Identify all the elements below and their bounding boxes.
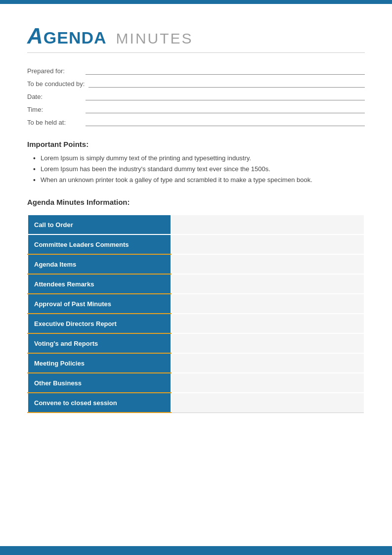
list-item: Lorem Ipsum is simply dummy text of the … xyxy=(33,154,365,162)
agenda-table: Call to OrderCommittee Leaders CommentsA… xyxy=(27,214,365,413)
form-section: Prepared for: To be conducted by: Date: … xyxy=(27,67,365,126)
table-row: Convene to closed session xyxy=(28,393,364,413)
agenda-info-heading: Agenda Minutes Information: xyxy=(27,198,365,206)
title-agenda-rest: genda xyxy=(44,28,107,47)
title-minutes: Minutes xyxy=(116,30,193,46)
table-row: Call to Order xyxy=(28,215,364,234)
agenda-row-label: Call to Order xyxy=(28,215,171,234)
agenda-row-label: Convene to closed session xyxy=(28,393,171,413)
conducted-by-label: To be conducted by: xyxy=(27,80,85,88)
page-title: Agenda Minutes xyxy=(27,24,365,48)
important-points-heading: Important Points: xyxy=(27,140,365,148)
held-at-line xyxy=(86,118,365,126)
agenda-row-content xyxy=(171,353,364,373)
agenda-row-label: Voting's and Reports xyxy=(28,333,171,353)
agenda-row-content xyxy=(171,314,364,333)
table-row: Attendees Remarks xyxy=(28,274,364,294)
prepared-for-label: Prepared for: xyxy=(27,67,82,75)
table-row: Meeting Policies xyxy=(28,353,364,373)
agenda-row-label: Meeting Policies xyxy=(28,353,171,373)
agenda-row-label: Other Business xyxy=(28,373,171,393)
conducted-by-field: To be conducted by: xyxy=(27,80,365,88)
agenda-row-label: Committee Leaders Comments xyxy=(28,234,171,254)
top-bar xyxy=(0,0,392,4)
prepared-for-line xyxy=(86,67,365,75)
agenda-row-content xyxy=(171,333,364,353)
list-item: When an unknown printer took a galley of… xyxy=(33,176,365,184)
agenda-row-label: Approval of Past Minutes xyxy=(28,294,171,314)
table-row: Other Business xyxy=(28,373,364,393)
table-row: Approval of Past Minutes xyxy=(28,294,364,314)
held-at-label: To be held at: xyxy=(27,119,82,126)
important-points-list: Lorem Ipsum is simply dummy text of the … xyxy=(27,154,365,184)
time-line xyxy=(86,105,365,113)
agenda-row-content xyxy=(171,373,364,393)
agenda-row-label: Executive Directors Report xyxy=(28,314,171,333)
bottom-bar xyxy=(0,546,392,555)
date-line xyxy=(86,92,365,100)
agenda-row-content xyxy=(171,274,364,294)
prepared-for-field: Prepared for: xyxy=(27,67,365,75)
date-field: Date: xyxy=(27,92,365,100)
title-area: Agenda Minutes xyxy=(27,24,365,48)
agenda-row-label: Attendees Remarks xyxy=(28,274,171,294)
table-row: Voting's and Reports xyxy=(28,333,364,353)
agenda-row-content xyxy=(171,254,364,274)
time-label: Time: xyxy=(27,106,82,113)
table-row: Agenda Items xyxy=(28,254,364,274)
agenda-row-content xyxy=(171,215,364,234)
main-content: Agenda Minutes Prepared for: To be condu… xyxy=(0,4,392,453)
conducted-by-line xyxy=(88,80,365,88)
table-row: Executive Directors Report xyxy=(28,314,364,333)
agenda-row-content xyxy=(171,393,364,413)
title-agenda-a: A xyxy=(27,24,44,48)
agenda-info-section: Agenda Minutes Information: Call to Orde… xyxy=(27,198,365,413)
agenda-row-label: Agenda Items xyxy=(28,254,171,274)
agenda-row-content xyxy=(171,234,364,254)
important-points-section: Important Points: Lorem Ipsum is simply … xyxy=(27,140,365,184)
list-item: Lorem Ipsum has been the industry's stan… xyxy=(33,165,365,173)
title-divider xyxy=(27,52,365,53)
time-field: Time: xyxy=(27,105,365,113)
table-row: Committee Leaders Comments xyxy=(28,234,364,254)
date-label: Date: xyxy=(27,93,82,100)
agenda-row-content xyxy=(171,294,364,314)
held-at-field: To be held at: xyxy=(27,118,365,126)
